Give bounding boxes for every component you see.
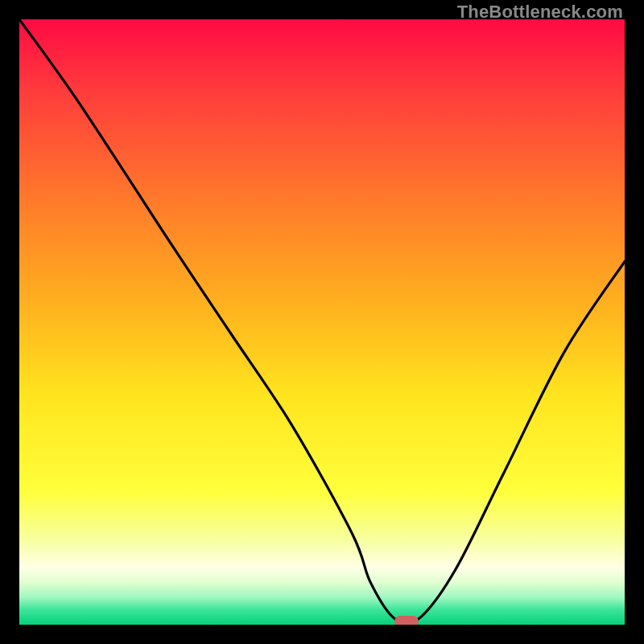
bottleneck-curve bbox=[19, 19, 625, 625]
bottleneck-chart: TheBottleneck.com bbox=[0, 0, 644, 644]
curve-path bbox=[19, 19, 625, 624]
plot-area bbox=[19, 19, 625, 625]
optimal-marker bbox=[394, 616, 419, 625]
watermark-text: TheBottleneck.com bbox=[457, 2, 623, 23]
